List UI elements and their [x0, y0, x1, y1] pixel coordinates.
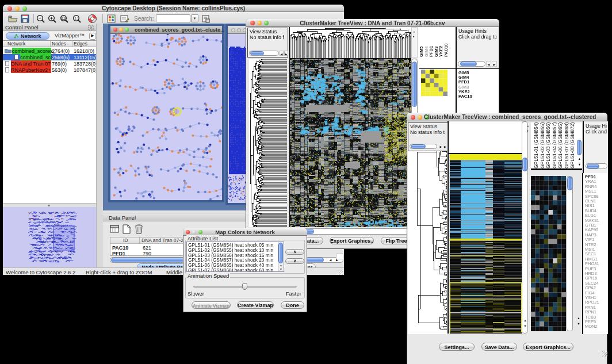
- svg-text:1:1: 1:1: [75, 17, 79, 20]
